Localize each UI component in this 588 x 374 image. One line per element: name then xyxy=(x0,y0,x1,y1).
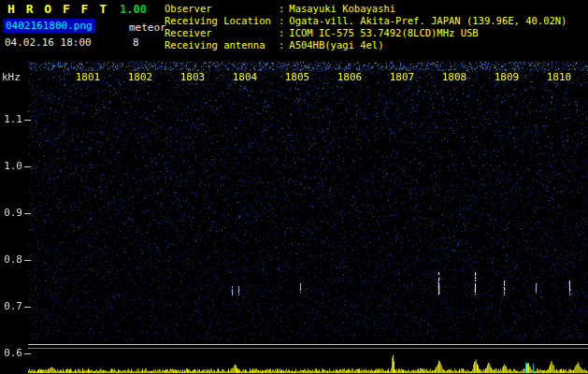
station-info: Observer:Masayuki Kobayashi Receiving Lo… xyxy=(165,3,566,51)
info-row-observer: Observer:Masayuki Kobayashi xyxy=(165,3,566,15)
info-label: Observer xyxy=(165,3,279,15)
echo-count: 8 xyxy=(133,36,139,49)
info-label: Receiving antenna xyxy=(165,39,279,51)
x-tick-label: 1806 xyxy=(337,71,363,83)
info-label: Receiver xyxy=(165,27,279,39)
y-tick-label: 0.8 xyxy=(0,253,22,266)
spectrogram-plot: kHz 180118021803180418051806180718081809… xyxy=(0,58,588,374)
x-tick-label: 1810 xyxy=(547,71,572,83)
info-value: ICOM IC-575 53.7492(8LCD)MHz USB xyxy=(289,27,478,38)
y-axis-unit-label: kHz xyxy=(2,71,21,83)
info-value: A504HB(yagi 4el) xyxy=(289,39,383,50)
observation-name: meteor xyxy=(129,22,166,34)
info-row-location: Receiving Location:Ogata-vill. Akita-Pre… xyxy=(165,15,566,27)
y-tick-label: 1.0 xyxy=(0,160,22,172)
x-tick-label: 1809 xyxy=(495,71,520,83)
info-value: Ogata-vill. Akita-Pref. JAPAN (139.96E, … xyxy=(289,15,566,26)
y-tick-label: 0.9 xyxy=(0,207,22,219)
x-tick-label: 1807 xyxy=(390,71,415,83)
hrofft-window: H R O F F T 1.00 0402161800.png meteor 0… xyxy=(0,0,588,374)
observation-datetime: 04.02.16 18:00 xyxy=(5,36,92,49)
x-tick-label: 1801 xyxy=(76,71,101,83)
info-colon: : xyxy=(279,27,284,38)
info-row-antenna: Receiving antenna:A504HB(yagi 4el) xyxy=(165,39,566,51)
y-tick-label: 0.7 xyxy=(0,300,22,312)
info-colon: : xyxy=(279,39,284,50)
info-colon: : xyxy=(279,3,284,14)
info-colon: : xyxy=(279,15,284,26)
x-tick-label: 1804 xyxy=(233,71,258,83)
app-title: H R O F F T xyxy=(7,2,108,16)
app-version: 1.00 xyxy=(120,3,147,16)
y-tick-label: 1.1 xyxy=(0,113,22,125)
x-tick-label: 1803 xyxy=(180,71,206,83)
x-tick-label: 1805 xyxy=(285,71,310,83)
info-label: Receiving Location xyxy=(165,15,279,27)
output-filename: 0402161800.png xyxy=(3,19,95,33)
info-value: Masayuki Kobayashi xyxy=(289,3,395,14)
info-row-receiver: Receiver:ICOM IC-575 53.7492(8LCD)MHz US… xyxy=(165,27,566,39)
y-tick-label: 0.6 xyxy=(0,347,22,359)
x-tick-label: 1808 xyxy=(442,71,467,83)
spectrogram-canvas xyxy=(0,58,588,374)
x-tick-label: 1802 xyxy=(128,71,153,83)
